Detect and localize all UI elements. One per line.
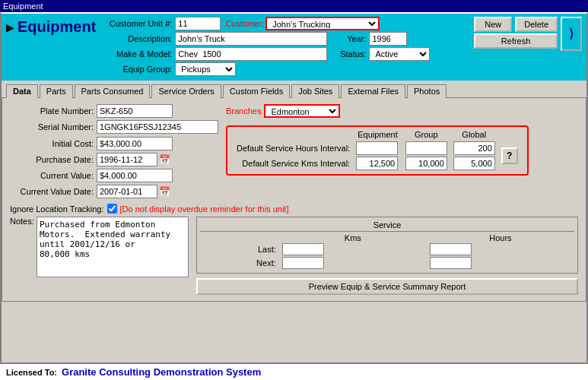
description-label: Description: [103, 34, 172, 43]
action-buttons: New Delete Refresh [474, 17, 558, 49]
tab-photos[interactable]: Photos [407, 84, 447, 98]
new-button[interactable]: New [474, 17, 512, 32]
bottom-bar: Licensed To: Granite Consulting Demonstr… [0, 363, 588, 380]
serial-number-input[interactable] [97, 120, 218, 134]
tab-data[interactable]: Data [6, 84, 38, 98]
status-label: Status: [332, 49, 366, 59]
kms-global-input[interactable] [453, 157, 495, 170]
make-model-label: Make & Model: [103, 49, 172, 59]
current-value-date-label: Current Value Date: [10, 187, 94, 196]
notes-section: Notes: Purchased from Edmonton Motors. E… [10, 217, 578, 295]
right-section: Branches Edmonton Calgary Vancouver Equi… [226, 104, 578, 201]
notes-left: Notes: Purchased from Edmonton Motors. E… [10, 217, 189, 295]
tabs-bar: Data Parts Parts Consumed Service Orders… [2, 81, 586, 98]
equipment-title: Equipment [17, 18, 96, 36]
title-bar: Equipment [0, 0, 588, 12]
year-label: Year: [332, 34, 366, 43]
current-value-date-calendar-icon[interactable]: 📅 [159, 186, 170, 197]
service-box: Service Kms Hours Last: [196, 217, 578, 274]
top-buttons-row: New Delete [474, 17, 558, 32]
purchase-date-input[interactable] [97, 153, 157, 166]
licensed-to-value: Granite Consulting Demonstration System [62, 366, 261, 378]
refresh-button[interactable]: Refresh [474, 33, 558, 49]
initial-cost-row: Initial Cost: [10, 137, 218, 150]
service-last-hours-input[interactable] [430, 243, 472, 255]
hours-interval-row: Default Service Hours Interval: ? [234, 141, 521, 156]
plate-number-input[interactable] [97, 104, 173, 118]
customer-unit-input[interactable] [175, 17, 221, 30]
branches-select[interactable]: Edmonton Calgary Vancouver [264, 104, 340, 118]
current-value-date-input[interactable] [97, 185, 157, 198]
expand-icon[interactable]: ▶ [6, 21, 14, 33]
customer-select[interactable]: John's Trucking [265, 17, 380, 30]
purchase-date-label: Purchase Date: [10, 155, 94, 164]
delete-button[interactable]: Delete [515, 17, 558, 32]
equip-group-row: Equip Group: Pickups Trucks Vans [103, 62, 466, 76]
tab-service-orders[interactable]: Service Orders [151, 84, 221, 98]
service-next-hours-input[interactable] [430, 257, 472, 269]
customer-unit-row: Customer Unit #: Customer: John's Trucki… [103, 17, 466, 30]
plate-number-row: Plate Number: [10, 104, 218, 118]
purchase-date-calendar-icon[interactable]: 📅 [159, 154, 170, 165]
ignore-row: Ignore Location Tracking: [Do not displa… [10, 204, 578, 214]
data-section: Plate Number: Serial Number: Initial Cos… [10, 104, 578, 201]
service-last-kms-input[interactable] [282, 243, 324, 255]
hours-equipment-input[interactable] [356, 141, 398, 155]
notes-textarea[interactable]: Purchased from Edmonton Motors. Extended… [37, 217, 189, 277]
left-section: Plate Number: Serial Number: Initial Cos… [10, 104, 218, 201]
branches-label: Branches [226, 106, 261, 116]
col-equipment: Equipment [353, 130, 402, 141]
notes-label: Notes: [10, 217, 37, 226]
nav-arrow-icon: ⟩ [569, 27, 574, 41]
plate-number-label: Plate Number: [10, 106, 94, 116]
col-global: Global [450, 130, 498, 141]
customer-label: Customer: [225, 19, 264, 28]
current-value-row: Current Value: [10, 169, 218, 182]
right-bottom-section: Service Kms Hours Last: [196, 217, 578, 295]
interval-table: Equipment Group Global Default Service H… [234, 130, 521, 171]
kms-group-input[interactable] [405, 157, 447, 170]
equip-group-select[interactable]: Pickups Trucks Vans [175, 62, 236, 76]
make-model-row: Make & Model: Status: Active Inactive [103, 47, 466, 61]
kms-equipment-input[interactable] [356, 157, 398, 170]
tab-external-files[interactable]: External Files [341, 84, 405, 98]
initial-cost-label: Initial Cost: [10, 139, 94, 148]
initial-cost-input[interactable] [97, 137, 173, 150]
service-title: Service [200, 220, 574, 232]
kms-interval-label: Default Service Kms Interval: [234, 156, 353, 171]
status-select[interactable]: Active Inactive [369, 47, 430, 61]
make-model-input[interactable] [175, 47, 327, 61]
overdue-text: [Do not display overdue reminder for thi… [120, 204, 289, 214]
hours-group-input[interactable] [405, 141, 447, 155]
nav-icon[interactable]: ⟩ [561, 17, 582, 51]
service-kms-header: Kms [279, 233, 427, 242]
service-last-label: Last: [200, 242, 279, 256]
description-input[interactable] [175, 32, 327, 46]
tab-parts-consumed[interactable]: Parts Consumed [75, 84, 151, 98]
header-fields: Customer Unit #: Customer: John's Trucki… [103, 17, 466, 78]
question-button[interactable]: ? [501, 147, 518, 164]
notes-container: Notes: Purchased from Edmonton Motors. E… [10, 217, 189, 277]
hours-global-input[interactable] [453, 141, 495, 155]
tab-custom-fields[interactable]: Custom Fields [223, 84, 290, 98]
service-next-row: Next: [200, 256, 574, 270]
customer-unit-label: Customer Unit #: [103, 19, 172, 28]
tab-content-data: Plate Number: Serial Number: Initial Cos… [2, 98, 586, 302]
top-bar: ▶ Equipment Customer Unit #: Customer: J… [2, 14, 586, 81]
service-next-kms-input[interactable] [282, 257, 324, 269]
purchase-date-row: Purchase Date: 📅 [10, 153, 218, 166]
year-input[interactable] [369, 32, 407, 46]
current-value-input[interactable] [97, 169, 173, 182]
licensed-to-label: Licensed To: [6, 368, 57, 377]
current-value-label: Current Value: [10, 171, 94, 180]
branches-row: Branches Edmonton Calgary Vancouver [226, 104, 578, 118]
tab-job-sites[interactable]: Job Sites [291, 84, 339, 98]
service-last-row: Last: [200, 242, 574, 256]
preview-button[interactable]: Preview Equip & Service Summary Report [196, 278, 578, 295]
main-window: ▶ Equipment Customer Unit #: Customer: J… [0, 12, 588, 380]
tab-parts[interactable]: Parts [40, 84, 73, 98]
ignore-checkbox[interactable] [107, 204, 117, 214]
serial-number-label: Serial Number: [10, 122, 94, 131]
service-interval-box: Equipment Group Global Default Service H… [226, 125, 529, 176]
current-value-date-row: Current Value Date: 📅 [10, 185, 218, 198]
